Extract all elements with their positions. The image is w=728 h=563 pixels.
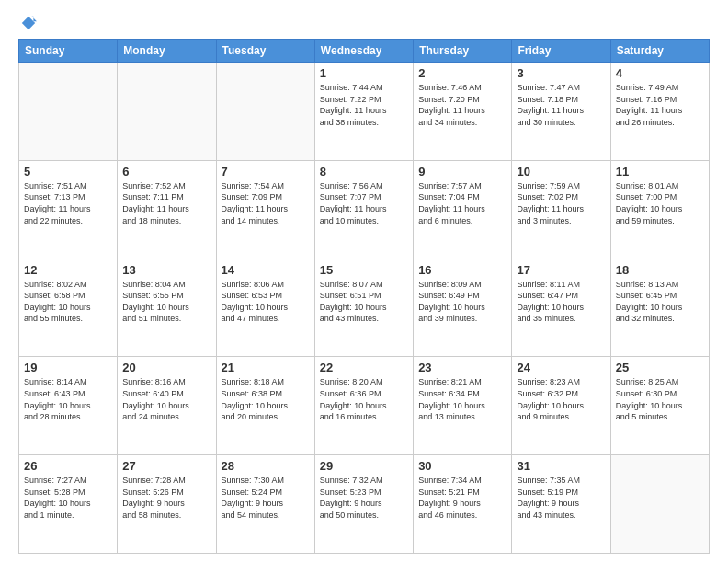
- calendar-cell: 20Sunrise: 8:16 AMSunset: 6:40 PMDayligh…: [118, 357, 216, 455]
- day-info: Sunrise: 8:11 AMSunset: 6:47 PMDaylight:…: [517, 279, 605, 325]
- day-number: 2: [418, 66, 506, 80]
- calendar-cell: 30Sunrise: 7:34 AMSunset: 5:21 PMDayligh…: [414, 455, 512, 554]
- day-info: Sunrise: 7:34 AMSunset: 5:21 PMDaylight:…: [418, 475, 506, 521]
- day-number: 21: [222, 361, 310, 374]
- day-header-thursday: Thursday: [414, 40, 512, 63]
- day-info: Sunrise: 8:04 AMSunset: 6:55 PMDaylight:…: [122, 279, 210, 325]
- calendar-cell: 24Sunrise: 8:23 AMSunset: 6:32 PMDayligh…: [512, 357, 610, 455]
- calendar-table: SundayMondayTuesdayWednesdayThursdayFrid…: [18, 39, 710, 554]
- day-info: Sunrise: 8:20 AMSunset: 6:36 PMDaylight:…: [320, 376, 408, 422]
- calendar-cell: [216, 63, 314, 161]
- day-header-friday: Friday: [512, 40, 610, 63]
- calendar-cell: 22Sunrise: 8:20 AMSunset: 6:36 PMDayligh…: [314, 357, 413, 455]
- day-number: 30: [418, 459, 506, 473]
- calendar-cell: 5Sunrise: 7:51 AMSunset: 7:13 PMDaylight…: [19, 160, 118, 259]
- calendar-header-row: SundayMondayTuesdayWednesdayThursdayFrid…: [19, 40, 710, 63]
- day-number: 8: [320, 165, 408, 178]
- day-header-tuesday: Tuesday: [216, 40, 314, 63]
- day-number: 16: [418, 263, 506, 277]
- day-number: 13: [122, 263, 210, 277]
- day-info: Sunrise: 8:16 AMSunset: 6:40 PMDaylight:…: [122, 376, 210, 422]
- day-info: Sunrise: 7:30 AMSunset: 5:24 PMDaylight:…: [222, 475, 310, 521]
- day-info: Sunrise: 7:54 AMSunset: 7:09 PMDaylight:…: [222, 180, 310, 226]
- day-number: 3: [517, 66, 605, 80]
- day-info: Sunrise: 7:46 AMSunset: 7:20 PMDaylight:…: [418, 82, 506, 128]
- day-number: 31: [517, 459, 605, 473]
- day-number: 18: [616, 263, 704, 277]
- day-number: 26: [24, 459, 112, 473]
- calendar-cell: 6Sunrise: 7:52 AMSunset: 7:11 PMDaylight…: [118, 160, 216, 259]
- calendar-cell: 12Sunrise: 8:02 AMSunset: 6:58 PMDayligh…: [19, 259, 118, 357]
- day-number: 15: [320, 263, 408, 277]
- day-info: Sunrise: 7:49 AMSunset: 7:16 PMDaylight:…: [616, 82, 704, 128]
- day-info: Sunrise: 8:13 AMSunset: 6:45 PMDaylight:…: [616, 279, 704, 325]
- calendar-cell: 11Sunrise: 8:01 AMSunset: 7:00 PMDayligh…: [610, 160, 709, 259]
- day-info: Sunrise: 7:47 AMSunset: 7:18 PMDaylight:…: [517, 82, 605, 128]
- day-info: Sunrise: 7:35 AMSunset: 5:19 PMDaylight:…: [517, 475, 605, 521]
- calendar-week-row: 19Sunrise: 8:14 AMSunset: 6:43 PMDayligh…: [19, 357, 710, 455]
- calendar-cell: 25Sunrise: 8:25 AMSunset: 6:30 PMDayligh…: [610, 357, 709, 455]
- calendar-cell: 14Sunrise: 8:06 AMSunset: 6:53 PMDayligh…: [216, 259, 314, 357]
- day-number: 4: [616, 66, 704, 80]
- day-info: Sunrise: 8:18 AMSunset: 6:38 PMDaylight:…: [222, 376, 310, 422]
- day-number: 10: [517, 165, 605, 178]
- calendar-cell: 9Sunrise: 7:57 AMSunset: 7:04 PMDaylight…: [414, 160, 512, 259]
- day-info: Sunrise: 8:02 AMSunset: 6:58 PMDaylight:…: [24, 279, 112, 325]
- calendar-cell: 13Sunrise: 8:04 AMSunset: 6:55 PMDayligh…: [118, 259, 216, 357]
- day-number: 17: [517, 263, 605, 277]
- day-number: 11: [616, 165, 704, 178]
- day-info: Sunrise: 8:23 AMSunset: 6:32 PMDaylight:…: [517, 376, 605, 422]
- header: [18, 15, 710, 31]
- day-info: Sunrise: 7:52 AMSunset: 7:11 PMDaylight:…: [122, 180, 210, 226]
- calendar-week-row: 5Sunrise: 7:51 AMSunset: 7:13 PMDaylight…: [19, 160, 710, 259]
- day-info: Sunrise: 7:32 AMSunset: 5:23 PMDaylight:…: [320, 475, 408, 521]
- day-header-saturday: Saturday: [610, 40, 709, 63]
- calendar-cell: 18Sunrise: 8:13 AMSunset: 6:45 PMDayligh…: [610, 259, 709, 357]
- logo-icon: [20, 15, 37, 31]
- day-number: 24: [517, 361, 605, 374]
- calendar-cell: 1Sunrise: 7:44 AMSunset: 7:22 PMDaylight…: [314, 63, 413, 161]
- calendar-cell: 10Sunrise: 7:59 AMSunset: 7:02 PMDayligh…: [512, 160, 610, 259]
- calendar-cell: 23Sunrise: 8:21 AMSunset: 6:34 PMDayligh…: [414, 357, 512, 455]
- day-header-monday: Monday: [118, 40, 216, 63]
- calendar-cell: 29Sunrise: 7:32 AMSunset: 5:23 PMDayligh…: [314, 455, 413, 554]
- page: SundayMondayTuesdayWednesdayThursdayFrid…: [0, 0, 728, 563]
- day-info: Sunrise: 8:14 AMSunset: 6:43 PMDaylight:…: [24, 376, 112, 422]
- calendar-cell: 31Sunrise: 7:35 AMSunset: 5:19 PMDayligh…: [512, 455, 610, 554]
- day-number: 14: [222, 263, 310, 277]
- calendar-cell: [118, 63, 216, 161]
- day-number: 29: [320, 459, 408, 473]
- day-number: 22: [320, 361, 408, 374]
- calendar-cell: 2Sunrise: 7:46 AMSunset: 7:20 PMDaylight…: [414, 63, 512, 161]
- day-info: Sunrise: 8:01 AMSunset: 7:00 PMDaylight:…: [616, 180, 704, 226]
- calendar-cell: 21Sunrise: 8:18 AMSunset: 6:38 PMDayligh…: [216, 357, 314, 455]
- day-info: Sunrise: 7:57 AMSunset: 7:04 PMDaylight:…: [418, 180, 506, 226]
- calendar-cell: 27Sunrise: 7:28 AMSunset: 5:26 PMDayligh…: [118, 455, 216, 554]
- day-info: Sunrise: 7:51 AMSunset: 7:13 PMDaylight:…: [24, 180, 112, 226]
- calendar-cell: 17Sunrise: 8:11 AMSunset: 6:47 PMDayligh…: [512, 259, 610, 357]
- calendar-cell: 8Sunrise: 7:56 AMSunset: 7:07 PMDaylight…: [314, 160, 413, 259]
- calendar-cell: 19Sunrise: 8:14 AMSunset: 6:43 PMDayligh…: [19, 357, 118, 455]
- day-number: 1: [320, 66, 408, 80]
- calendar-cell: [610, 455, 709, 554]
- calendar-cell: 26Sunrise: 7:27 AMSunset: 5:28 PMDayligh…: [19, 455, 118, 554]
- calendar-cell: 3Sunrise: 7:47 AMSunset: 7:18 PMDaylight…: [512, 63, 610, 161]
- calendar-cell: 4Sunrise: 7:49 AMSunset: 7:16 PMDaylight…: [610, 63, 709, 161]
- day-number: 6: [122, 165, 210, 178]
- day-info: Sunrise: 7:27 AMSunset: 5:28 PMDaylight:…: [24, 475, 112, 521]
- svg-marker-0: [22, 17, 35, 29]
- day-number: 9: [418, 165, 506, 178]
- day-info: Sunrise: 7:28 AMSunset: 5:26 PMDaylight:…: [122, 475, 210, 521]
- day-info: Sunrise: 8:06 AMSunset: 6:53 PMDaylight:…: [222, 279, 310, 325]
- day-info: Sunrise: 8:07 AMSunset: 6:51 PMDaylight:…: [320, 279, 408, 325]
- logo: [18, 15, 37, 31]
- day-number: 5: [24, 165, 112, 178]
- calendar-week-row: 1Sunrise: 7:44 AMSunset: 7:22 PMDaylight…: [19, 63, 710, 161]
- day-info: Sunrise: 7:59 AMSunset: 7:02 PMDaylight:…: [517, 180, 605, 226]
- day-info: Sunrise: 8:21 AMSunset: 6:34 PMDaylight:…: [418, 376, 506, 422]
- day-number: 7: [222, 165, 310, 178]
- day-number: 19: [24, 361, 112, 374]
- day-number: 23: [418, 361, 506, 374]
- day-number: 20: [122, 361, 210, 374]
- day-header-wednesday: Wednesday: [314, 40, 413, 63]
